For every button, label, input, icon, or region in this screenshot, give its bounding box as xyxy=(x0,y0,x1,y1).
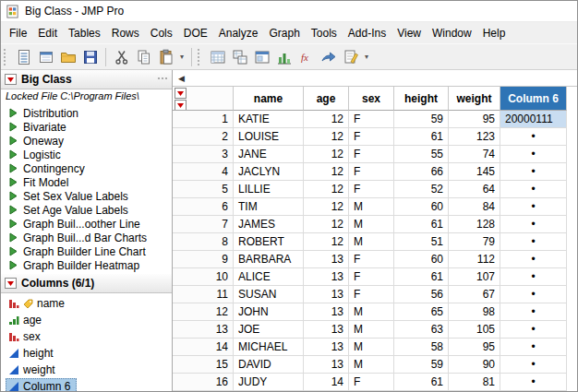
graph-builder-button[interactable] xyxy=(273,46,295,67)
column-item-sex[interactable]: sex xyxy=(1,328,172,345)
cell-sex[interactable]: F xyxy=(349,128,394,146)
column-item-age[interactable]: age xyxy=(1,312,172,328)
script-item[interactable]: Graph Buil...oother Line xyxy=(1,217,172,231)
cell-name[interactable]: LILLIE xyxy=(234,181,304,198)
cell-weight[interactable]: 90 xyxy=(449,356,500,374)
cell-sex[interactable]: F xyxy=(349,286,394,303)
column-header-name[interactable]: name xyxy=(234,87,304,111)
cell-height[interactable]: 52 xyxy=(394,181,449,198)
cell-name[interactable]: JACLYN xyxy=(234,163,304,181)
cell-age[interactable]: 13 xyxy=(304,356,349,374)
cell-weight[interactable]: 84 xyxy=(449,198,500,216)
cell-weight[interactable]: 98 xyxy=(449,303,500,321)
cell-col6[interactable]: • xyxy=(500,233,567,251)
cell-sex[interactable]: M xyxy=(349,303,394,321)
copy-button[interactable] xyxy=(133,46,154,67)
menu-item-file[interactable]: File xyxy=(4,24,32,42)
row-number-cell[interactable]: 3 xyxy=(173,146,234,163)
menu-item-tables[interactable]: Tables xyxy=(63,24,106,42)
open-button[interactable] xyxy=(57,46,78,67)
script-item[interactable]: Set Sex Value Labels xyxy=(1,189,172,203)
column-header-col6[interactable]: Column 6 xyxy=(500,87,567,111)
save-button[interactable] xyxy=(79,46,101,67)
menu-item-edit[interactable]: Edit xyxy=(32,24,63,42)
cell-name[interactable]: JUDY xyxy=(234,374,304,391)
cell-weight[interactable]: 95 xyxy=(449,111,500,128)
cell-sex[interactable]: M xyxy=(349,216,394,233)
cell-height[interactable]: 61 xyxy=(394,374,449,391)
row-number-cell[interactable]: 10 xyxy=(173,268,234,286)
cell-sex[interactable]: F xyxy=(349,146,394,163)
cell-name[interactable]: JAMES xyxy=(234,216,304,233)
cell-name[interactable]: ROBERT xyxy=(234,233,304,251)
new-data-table-button[interactable] xyxy=(13,46,34,67)
cell-height[interactable]: 61 xyxy=(394,268,449,286)
formula-button[interactable]: fx xyxy=(295,46,317,67)
rows-menu-button[interactable] xyxy=(175,100,187,111)
collapse-sidebar-button[interactable]: ◀ xyxy=(175,74,187,83)
script-item[interactable]: Fit Model xyxy=(1,175,172,189)
cell-col6[interactable]: • xyxy=(500,216,567,233)
row-number-cell[interactable]: 4 xyxy=(173,163,234,181)
window-button[interactable] xyxy=(251,46,272,67)
cell-name[interactable]: TIM xyxy=(234,198,304,216)
table-panel-menu-button[interactable] xyxy=(5,74,17,85)
menu-item-addins[interactable]: Add-Ins xyxy=(343,24,391,42)
cell-age[interactable]: 12 xyxy=(304,233,349,251)
row-number-cell[interactable]: 15 xyxy=(173,356,234,374)
menu-item-view[interactable]: View xyxy=(391,24,427,42)
cell-height[interactable]: 66 xyxy=(394,163,449,181)
cell-weight[interactable]: 67 xyxy=(449,286,500,303)
row-number-cell[interactable]: 11 xyxy=(173,286,234,303)
cell-age[interactable]: 13 xyxy=(304,339,349,356)
row-number-cell[interactable]: 8 xyxy=(173,233,234,251)
column-header-weight[interactable]: weight xyxy=(449,87,500,111)
row-number-cell[interactable]: 14 xyxy=(173,339,234,356)
cell-name[interactable]: MICHAEL xyxy=(234,339,304,356)
row-number-cell[interactable]: 2 xyxy=(173,128,234,146)
cell-sex[interactable]: M xyxy=(349,339,394,356)
cell-age[interactable]: 13 xyxy=(304,303,349,321)
menu-item-cols[interactable]: Cols xyxy=(145,24,178,42)
script-item[interactable]: Distribution xyxy=(1,106,172,120)
cell-age[interactable]: 12 xyxy=(304,181,349,198)
cell-age[interactable]: 13 xyxy=(304,251,349,268)
cell-name[interactable]: LOUISE xyxy=(234,128,304,146)
cell-col6[interactable]: • xyxy=(500,303,567,321)
cell-weight[interactable]: 105 xyxy=(449,321,500,339)
cell-height[interactable]: 51 xyxy=(394,233,449,251)
row-number-cell[interactable]: 6 xyxy=(173,198,234,216)
cell-sex[interactable]: F xyxy=(349,374,394,391)
cell-sex[interactable]: M xyxy=(349,356,394,374)
row-number-cell[interactable]: 7 xyxy=(173,216,234,233)
cell-name[interactable]: JOHN xyxy=(234,303,304,321)
toolbar-overflow-chevron[interactable]: ▾ xyxy=(177,53,187,61)
cell-age[interactable]: 12 xyxy=(304,111,349,128)
script-item[interactable]: Set Age Value Labels xyxy=(1,203,172,217)
column-item-weight[interactable]: weight xyxy=(1,362,172,378)
cell-weight[interactable]: 74 xyxy=(449,146,500,163)
cell-col6[interactable]: • xyxy=(500,356,567,374)
script-item[interactable]: Contingency xyxy=(1,161,172,175)
cell-col6[interactable]: • xyxy=(500,286,567,303)
cell-age[interactable]: 12 xyxy=(304,216,349,233)
cell-sex[interactable]: M xyxy=(349,321,394,339)
cell-col6[interactable]: • xyxy=(500,251,567,268)
menu-item-tools[interactable]: Tools xyxy=(306,24,343,42)
cell-age[interactable]: 12 xyxy=(304,163,349,181)
script-button[interactable] xyxy=(340,46,361,67)
cell-height[interactable]: 59 xyxy=(394,356,449,374)
data-table-button[interactable] xyxy=(207,46,228,67)
cell-col6[interactable]: • xyxy=(500,339,567,356)
row-number-cell[interactable]: 1 xyxy=(173,111,234,128)
menu-item-rows[interactable]: Rows xyxy=(106,24,145,42)
new-journal-button[interactable] xyxy=(35,46,56,67)
cell-name[interactable]: SUSAN xyxy=(234,286,304,303)
cell-height[interactable]: 59 xyxy=(394,111,449,128)
paste-button[interactable] xyxy=(155,46,176,67)
menu-item-doe[interactable]: DOE xyxy=(178,24,213,42)
cell-age[interactable]: 13 xyxy=(304,268,349,286)
join-tables-button[interactable] xyxy=(229,46,250,67)
cell-weight[interactable]: 145 xyxy=(449,163,500,181)
cell-col6[interactable]: • xyxy=(500,374,567,391)
